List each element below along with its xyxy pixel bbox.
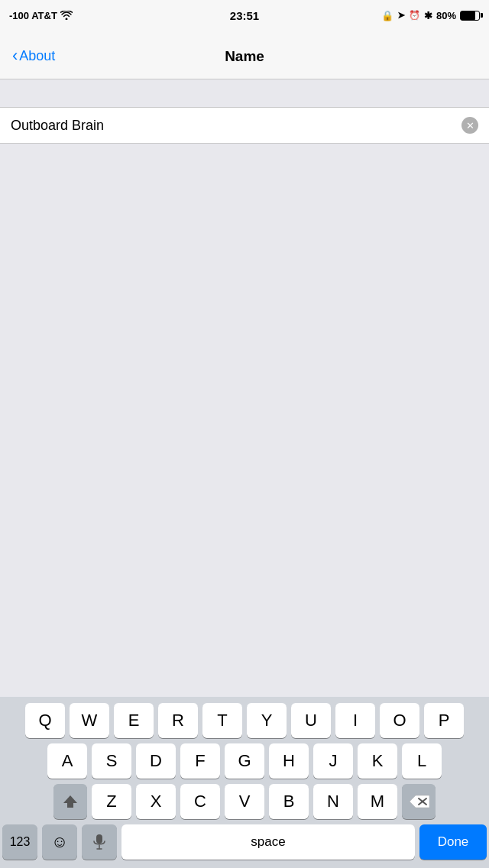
key-i[interactable]: I <box>335 703 375 738</box>
location-icon: ➤ <box>397 10 405 21</box>
key-j[interactable]: J <box>313 743 353 779</box>
battery-percent-text: 80% <box>436 10 456 21</box>
key-v[interactable]: V <box>225 784 264 819</box>
key-x[interactable]: X <box>136 784 176 819</box>
key-p[interactable]: P <box>424 703 464 738</box>
key-q[interactable]: Q <box>25 703 65 738</box>
keyboard-row-3: Z X C V B N M <box>2 784 487 819</box>
key-e[interactable]: E <box>114 703 154 738</box>
svg-rect-3 <box>96 834 102 844</box>
alarm-icon: ⏰ <box>409 10 420 21</box>
battery-fill <box>461 11 475 20</box>
key-c[interactable]: C <box>180 784 220 819</box>
key-d[interactable]: D <box>136 743 176 779</box>
emoji-key[interactable]: ☺ <box>42 824 77 860</box>
shift-key[interactable] <box>53 784 87 819</box>
numbers-key[interactable]: 123 <box>2 824 37 860</box>
key-n[interactable]: N <box>313 784 353 819</box>
navigation-bar: ‹ About Name <box>0 31 489 79</box>
key-f[interactable]: F <box>180 743 220 779</box>
microphone-key[interactable] <box>82 824 117 860</box>
key-k[interactable]: K <box>358 743 397 779</box>
shift-icon <box>62 793 79 810</box>
key-a[interactable]: A <box>47 743 87 779</box>
svg-marker-0 <box>63 795 77 808</box>
key-h[interactable]: H <box>269 743 309 779</box>
nav-title: Name <box>225 48 264 65</box>
key-b[interactable]: B <box>269 784 309 819</box>
bluetooth-icon: ✱ <box>424 10 432 21</box>
key-z[interactable]: Z <box>92 784 131 819</box>
key-t[interactable]: T <box>202 703 242 738</box>
time-display: 23:51 <box>230 9 259 22</box>
back-chevron-icon: ‹ <box>12 47 18 64</box>
battery-icon <box>460 11 480 21</box>
keyboard: Q W E R T Y U I O P A S D F G H J K L Z … <box>0 697 489 868</box>
space-key[interactable]: space <box>121 824 415 860</box>
key-o[interactable]: O <box>380 703 419 738</box>
key-g[interactable]: G <box>225 743 264 779</box>
back-label: About <box>19 48 55 64</box>
key-r[interactable]: R <box>158 703 198 738</box>
microphone-icon <box>93 834 105 850</box>
keyboard-row-1: Q W E R T Y U I O P <box>2 703 487 738</box>
keyboard-row-2: A S D F G H J K L <box>2 743 487 779</box>
key-m[interactable]: M <box>358 784 397 819</box>
clear-button[interactable] <box>461 117 478 134</box>
key-s[interactable]: S <box>92 743 131 779</box>
back-button[interactable]: ‹ About <box>6 42 61 70</box>
section-spacer <box>0 79 489 107</box>
carrier-info: -100 AT&T <box>9 10 73 21</box>
done-key[interactable]: Done <box>419 824 487 860</box>
key-y[interactable]: Y <box>247 703 287 738</box>
name-input[interactable] <box>11 118 461 134</box>
status-icons: 🔒 ➤ ⏰ ✱ 80% <box>381 10 480 21</box>
lock-icon: 🔒 <box>381 10 393 21</box>
delete-key[interactable] <box>402 784 436 819</box>
keyboard-row-4: 123 ☺ space Done <box>2 824 487 860</box>
wifi-icon <box>60 11 73 20</box>
status-bar: -100 AT&T 23:51 🔒 ➤ ⏰ ✱ 80% <box>0 0 489 31</box>
text-field-row <box>0 107 489 144</box>
key-w[interactable]: W <box>70 703 109 738</box>
content-area <box>0 144 489 425</box>
emoji-icon: ☺ <box>51 832 68 852</box>
key-u[interactable]: U <box>291 703 331 738</box>
key-l[interactable]: L <box>402 743 442 779</box>
carrier-text: -100 AT&T <box>9 10 57 21</box>
delete-icon <box>408 794 429 809</box>
